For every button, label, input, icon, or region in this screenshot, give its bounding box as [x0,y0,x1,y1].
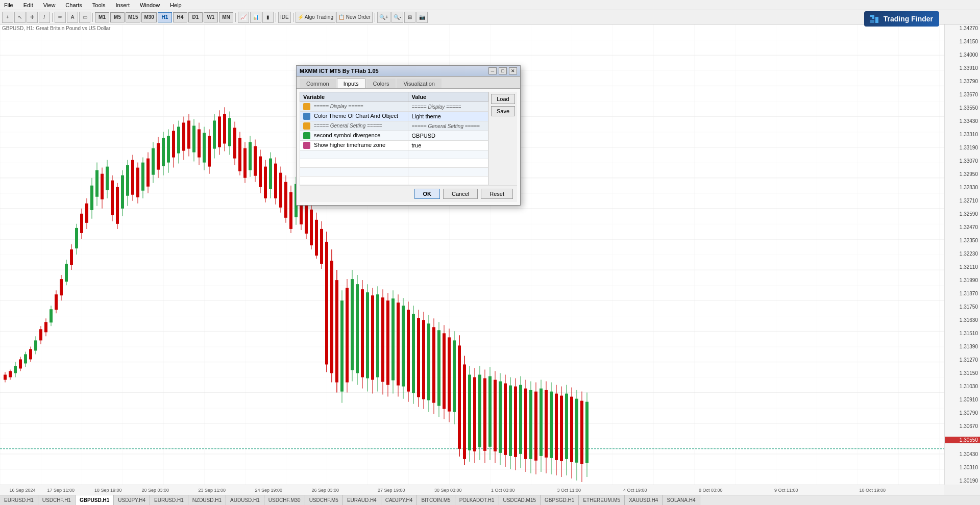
algo-trading-button[interactable]: ⚡ Algo Trading [296,12,335,23]
new-order-button[interactable]: 📋 New Order [336,12,373,23]
line-tool[interactable]: / [39,12,50,23]
tf-m15[interactable]: M15 [126,12,140,22]
tab-cadjpy-h4[interactable]: CADJPY.H4 [381,495,418,506]
tab-nzdusd-h1[interactable]: NZDUSD.H1 [188,495,226,506]
price-level: 1.34150 [945,39,980,44]
tf-mn[interactable]: MN [219,12,233,22]
svg-rect-72 [141,163,144,191]
tab-xauusd-h4[interactable]: XAUUSD.H4 [625,495,663,506]
price-level: 1.31150 [945,370,980,376]
screenshot-button[interactable]: 📷 [416,12,428,23]
tab-usdchf-m5[interactable]: USDCHF.M5 [305,495,343,506]
svg-rect-184 [427,323,430,400]
modal-maximize-button[interactable]: □ [499,67,507,74]
tab-solana-h4[interactable]: SOLANA.H4 [663,495,700,506]
svg-rect-246 [585,402,589,463]
svg-rect-60 [111,181,114,215]
modal-close-button[interactable]: ✕ [509,67,517,74]
tab-eurusd-h1[interactable]: EURUSD.H1 [0,495,38,506]
time-label: 18 Sep 19:00 [94,488,122,493]
modal-body: Variable Value ===== Display ===== [300,92,517,185]
modal-tab-inputs[interactable]: Inputs [337,79,365,88]
zoom-out-button[interactable]: 🔍- [391,12,403,23]
price-level: 1.32590 [945,211,980,217]
ide-button[interactable]: IDE [278,12,291,23]
table-row[interactable]: Color Theme Of Chart And Object Light th… [300,112,488,121]
arrow-tool[interactable]: ↖ [14,12,26,23]
price-level: 1.30310 [945,465,980,470]
chart-type-bar[interactable]: ▮ [262,12,274,23]
menu-item-window[interactable]: Window [138,2,162,9]
menu-item-charts[interactable]: Charts [63,2,84,9]
modal-tab-visualization[interactable]: Visualization [397,79,442,88]
svg-rect-218 [514,387,517,457]
tab-usdchf-m30[interactable]: USDCHF.M30 [264,495,305,506]
tab-usdjpy-h4[interactable]: USDJPY.H4 [114,495,150,506]
menu-item-view[interactable]: View [41,2,58,9]
shapes-tool[interactable]: ▭ [79,12,90,23]
tf-m1[interactable]: M1 [95,12,109,22]
time-label: 3 Oct 11:00 [557,488,581,493]
tab-ethereum-m5[interactable]: ETHEREUM.M5 [579,495,625,506]
row-variable: second symbol divergence [300,131,408,141]
tf-h1[interactable]: H1 [158,12,172,22]
price-level: 1.32710 [945,198,980,204]
ok-button[interactable]: OK [414,189,440,199]
svg-rect-160 [366,292,369,378]
new-chart-button[interactable]: + [2,12,13,23]
modal-bottom-buttons: OK Cancel Reset [300,185,517,202]
text-tool[interactable]: A [67,12,78,23]
row-value[interactable]: GBPUSD [408,131,488,141]
menu-item-tools[interactable]: Tools [90,2,108,9]
svg-rect-30 [34,340,37,350]
tf-d1[interactable]: D1 [188,12,203,22]
tab-audusd-h1[interactable]: AUDUSD.H1 [226,495,264,506]
table-row[interactable]: Show higher timeframe zone true [300,141,488,150]
menu-item-file[interactable]: File [2,2,15,9]
time-label: 23 Sep 11:00 [199,488,226,493]
sep2 [92,13,93,22]
tab-gbpusd-h1[interactable]: GBPUSD.H1 [76,495,114,506]
svg-rect-182 [422,320,425,399]
draw-tool[interactable]: ✏ [55,12,66,23]
load-button[interactable]: Load [491,94,515,104]
tab-bitcoin-m5[interactable]: BITCOIN.M5 [417,495,455,506]
modal-tab-common[interactable]: Common [300,79,336,88]
price-level: 1.31750 [945,304,980,310]
tab-usdcad-m15[interactable]: USDCAD.M15 [499,495,541,506]
tf-m5[interactable]: M5 [110,12,125,22]
chart-type-candle[interactable]: 📊 [250,12,261,23]
crosshair-tool[interactable]: ✛ [27,12,38,23]
grid-button[interactable]: ⊞ [404,12,415,23]
modal-titlebar: MXMM ICT MT5 By TFlab 1.05 ─ □ ✕ [297,66,520,77]
tf-h4[interactable]: H4 [173,12,187,22]
menu-item-help[interactable]: Help [168,2,184,9]
table-row[interactable]: second symbol divergence GBPUSD [300,131,488,141]
menu-item-insert[interactable]: Insert [113,2,132,9]
tab-usdchf-h1[interactable]: USDCHF.H1 [38,495,76,506]
tf-m30[interactable]: M30 [141,12,156,22]
tf-w1[interactable]: W1 [204,12,218,22]
tab-eurusd-h1-2[interactable]: EURUSD.H1 [150,495,188,506]
price-level: 1.31030 [945,384,980,389]
modal-tab-colors[interactable]: Colors [366,79,396,88]
tab-polkadot-h1[interactable]: POLKADOT.H1 [455,495,499,506]
logo-text: Trading Finder [884,15,933,23]
modal-minimize-button[interactable]: ─ [488,67,497,74]
row-value[interactable]: true [408,141,488,150]
svg-rect-28 [29,349,32,359]
menu-item-edit[interactable]: Edit [21,2,35,9]
cancel-button[interactable]: Cancel [443,189,478,199]
svg-rect-64 [121,175,124,209]
svg-rect-242 [575,399,578,463]
tab-euraud-h4[interactable]: EURAUD.H4 [343,495,381,506]
zoom-in-button[interactable]: 🔍+ [377,12,390,23]
chart-type-line[interactable]: 📈 [238,12,249,23]
save-button[interactable]: Save [491,106,515,116]
svg-rect-196 [458,345,461,448]
price-level: 1.32350 [945,238,980,243]
row-value[interactable]: Light theme [408,112,488,121]
reset-button[interactable]: Reset [481,189,513,199]
svg-rect-106 [228,118,231,146]
tab-gbpsgd-h1[interactable]: GBPSGD.H1 [541,495,579,506]
